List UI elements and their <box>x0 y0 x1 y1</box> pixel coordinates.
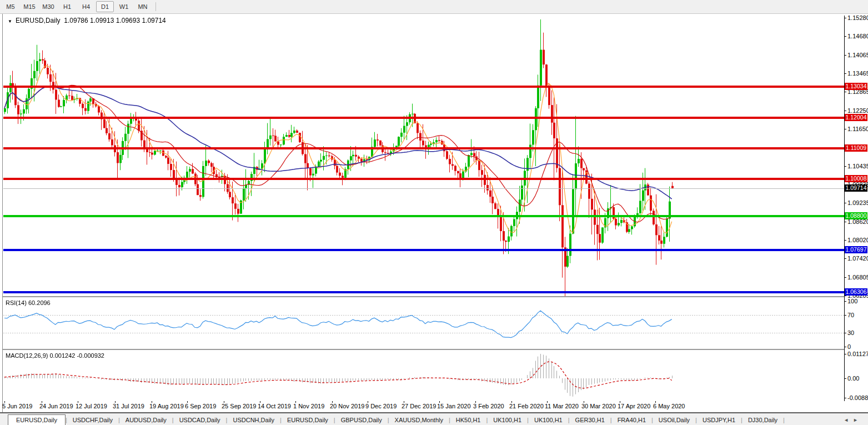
tab-scroll-arrows: ◄► <box>841 417 860 425</box>
chart-tab-ger30-h1[interactable]: GER30,H1 <box>570 415 610 425</box>
rsi-tick-label: 70 <box>847 312 854 318</box>
chart-tab-bar: EURUSD,Daily|USDCHF,Daily|AUDUSD,Daily|U… <box>0 413 868 425</box>
price-tick-mark <box>844 222 846 222</box>
chart-tab-eurusd-daily[interactable]: EURUSD,Daily <box>8 414 66 425</box>
rsi-chart-canvas[interactable] <box>3 297 844 349</box>
chart-tab-dj30-daily[interactable]: DJ30,Daily <box>742 415 783 425</box>
timeframe-button-m5[interactable]: M5 <box>2 1 19 12</box>
time-tick-label: 21 Feb 2020 <box>509 403 544 409</box>
timeframe-button-d1[interactable]: D1 <box>96 1 114 12</box>
trading-terminal-window: M5M15M30H1H4D1W1MN ▼EURUSD,Daily 1.09786… <box>0 0 868 425</box>
price-tick-mark <box>844 111 846 111</box>
time-tick-label: 25 Sep 2019 <box>222 403 256 409</box>
price-tick-mark <box>844 240 846 241</box>
rsi-pane-label: RSI(14) 60.2096 <box>6 299 51 306</box>
chart-tab-hk50-h1[interactable]: HK50,H1 <box>450 415 486 425</box>
tab-scroll-right-icon[interactable]: ► <box>853 417 858 423</box>
macd-tick-mark <box>844 354 846 354</box>
chart-window: ▼EURUSD,Daily 1.09786 1.09913 1.09693 1.… <box>0 14 868 413</box>
chart-tab-xauusd-monthly[interactable]: XAUUSD,Monthly <box>389 415 449 425</box>
chart-symbol-period: EURUSD,Daily <box>16 17 61 24</box>
rsi-indicator-name: RSI(14) <box>6 299 27 306</box>
tab-scroll-left-icon[interactable]: ◄ <box>844 417 849 423</box>
price-tick-mark <box>844 203 846 203</box>
chart-tab-usoil-daily[interactable]: USOil,Daily <box>653 415 695 425</box>
timeframe-button-w1[interactable]: W1 <box>115 1 133 12</box>
macd-chart-canvas[interactable] <box>3 350 844 401</box>
rsi-tick-mark <box>844 347 846 347</box>
hline-price-flag: 1.10008 <box>845 175 867 182</box>
time-tick-label: 20 Nov 2019 <box>330 403 364 409</box>
time-tick-label: 17 Apr 2020 <box>618 403 650 409</box>
price-tick-mark <box>844 296 846 296</box>
time-tick-label: 3 Feb 2020 <box>473 403 504 409</box>
price-tick-mark <box>844 55 846 56</box>
price-chart-canvas[interactable] <box>3 16 844 296</box>
time-tick-label: 6 May 2020 <box>653 403 685 409</box>
timeframe-button-mn[interactable]: MN <box>134 1 152 12</box>
price-tick-label: 1.08020 <box>847 237 868 243</box>
chart-tab-usdjpy-h1[interactable]: USDJPY,H1 <box>697 415 741 425</box>
rsi-tick-mark <box>844 315 846 316</box>
time-tick-label: 9 Dec 2019 <box>365 403 397 409</box>
rsi-tick-label: 0 <box>847 343 851 350</box>
time-tick-label: 31 Jul 2019 <box>113 403 144 409</box>
timeframe-button-m30[interactable]: M30 <box>39 1 57 12</box>
time-tick-label: 12 Jul 2019 <box>76 403 107 409</box>
price-tick-mark <box>844 18 846 18</box>
price-tick-label: 1.11650 <box>847 126 868 132</box>
price-tick-label: 1.10435 <box>847 163 868 169</box>
macd-tick-mark <box>844 378 846 379</box>
toolbar-separator <box>155 2 156 11</box>
price-tick-mark <box>844 258 846 259</box>
hline-price-flag: 1.07697 <box>845 246 867 253</box>
price-tick-mark <box>844 277 846 278</box>
time-tick-label: 19 Aug 2019 <box>149 403 184 409</box>
macd-tick-label: 0.011277 <box>847 351 868 357</box>
macd-signal-value: -0.000932 <box>77 352 104 359</box>
time-tick-label: 27 Dec 2019 <box>402 403 436 409</box>
price-tick-mark <box>844 129 846 129</box>
chart-ohlc-values: 1.09786 1.09913 1.09693 1.09714 <box>64 17 166 24</box>
time-tick-label: 24 Jun 2019 <box>39 403 73 409</box>
time-tick-label: 30 Mar 2020 <box>581 403 616 409</box>
time-tick-label: 15 Jan 2020 <box>437 403 471 409</box>
price-tick-mark <box>844 73 846 74</box>
rsi-tick-mark <box>844 301 846 302</box>
price-tick-mark <box>844 166 846 167</box>
macd-indicator-name: MACD(12,26,9) <box>6 352 48 359</box>
price-tick-mark <box>844 36 846 37</box>
price-tick-label: 1.09235 <box>847 199 868 206</box>
tab-separator: | <box>783 417 785 425</box>
macd-main-value: 0.001242 <box>49 352 75 359</box>
chart-tab-gbpusd-daily[interactable]: GBPUSD,Daily <box>335 415 388 425</box>
timeframe-button-h1[interactable]: H1 <box>58 1 76 12</box>
rsi-tick-mark <box>844 333 846 333</box>
chart-tab-audusd-daily[interactable]: AUDUSD,Daily <box>120 415 172 425</box>
timeframe-button-m15[interactable]: M15 <box>21 1 38 12</box>
price-tick-label: 1.07420 <box>847 255 868 262</box>
price-tick-label: 1.13465 <box>847 70 868 77</box>
hline-price-flag: 1.06306 <box>845 288 867 296</box>
time-tick-label: 6 Sep 2019 <box>185 403 216 409</box>
chart-tab-uk100-h1[interactable]: UK100,H1 <box>488 415 527 425</box>
chart-tab-usdcad-daily[interactable]: USDCAD,Daily <box>174 415 226 425</box>
time-tick-label: 11 Mar 2020 <box>545 403 579 409</box>
chart-tab-uk100-h1[interactable]: UK100,H1 <box>529 415 568 425</box>
price-tick-label: 1.15280 <box>847 14 868 21</box>
chart-tab-usdchf-daily[interactable]: USDCHF,Daily <box>67 415 118 425</box>
chart-tab-usdcnh-daily[interactable]: USDCNH,Daily <box>227 415 280 425</box>
rsi-tick-label: 100 <box>847 298 857 304</box>
chart-tab-eurusd-daily[interactable]: EURUSD,Daily <box>282 415 334 425</box>
window-frame-left <box>2 14 3 413</box>
chart-dropdown-icon[interactable]: ▼ <box>8 19 12 24</box>
chart-title: ▼EURUSD,Daily 1.09786 1.09913 1.09693 1.… <box>8 17 166 24</box>
pane-splitter-rsi[interactable] <box>3 296 844 297</box>
macd-tick-mark <box>844 398 846 398</box>
macd-tick-label: -0.008845 <box>847 394 868 401</box>
hline-price-flag: 1.11009 <box>845 144 867 152</box>
chart-tab-fra40-h1[interactable]: FRA40,H1 <box>612 415 651 425</box>
pane-splitter-macd[interactable] <box>3 349 844 350</box>
time-tick-label: 5 Jun 2019 <box>2 403 32 409</box>
timeframe-button-h4[interactable]: H4 <box>77 1 95 12</box>
